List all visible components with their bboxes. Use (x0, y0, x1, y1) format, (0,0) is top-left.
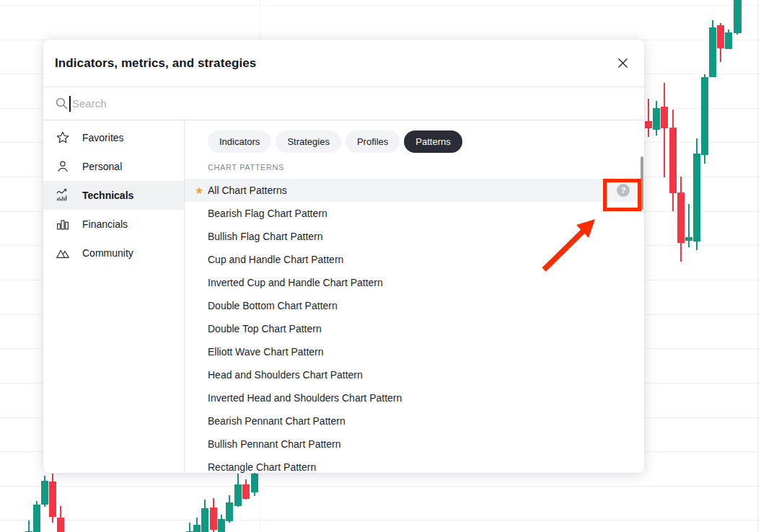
candlestick-body (33, 505, 40, 532)
sidebar-item-personal[interactable]: Personal (43, 152, 184, 181)
list-item[interactable]: Bearish Pennant Chart Pattern (185, 409, 644, 433)
bar-chart-icon (55, 216, 71, 232)
list-item[interactable]: Double Top Chart Pattern (185, 317, 644, 340)
list-item[interactable]: Inverted Head and Shoulders Chart Patter… (185, 386, 644, 409)
close-icon (616, 56, 630, 70)
candlestick-body (210, 507, 217, 530)
pattern-label: Inverted Cup and Handle Chart Pattern (208, 277, 383, 288)
sidebar-item-technicals[interactable]: Technicals (43, 181, 184, 210)
candlestick-body (251, 474, 258, 492)
list-item[interactable]: Bearish Flag Chart Pattern (185, 202, 644, 225)
close-button[interactable] (612, 53, 633, 74)
pattern-label: Bullish Pennant Chart Pattern (208, 438, 340, 450)
candlestick-body (661, 107, 668, 128)
candlestick-body (242, 484, 250, 499)
list-item[interactable]: Elliott Wave Chart Pattern (185, 340, 644, 363)
gridline (0, 5, 761, 6)
pattern-label: Elliott Wave Chart Pattern (208, 346, 324, 358)
candlestick-body (725, 32, 732, 49)
candlestick-body (677, 192, 685, 243)
pattern-label: Head and Shoulders Chart Pattern (208, 369, 363, 381)
sidebar-item-label: Technicals (82, 190, 133, 201)
pattern-label: Bearish Pennant Chart Pattern (208, 415, 346, 427)
candlestick-body (734, 0, 742, 33)
pattern-label: Bullish Flag Chart Pattern (208, 231, 323, 242)
person-icon (55, 159, 71, 174)
pattern-label: Cup and Handle Chart Pattern (208, 254, 343, 265)
pattern-list: ★All Chart Patterns?Bearish Flag Chart P… (185, 179, 644, 473)
help-icon[interactable]: ? (617, 184, 630, 197)
candlestick-wick (688, 204, 690, 247)
pattern-label: Double Top Chart Pattern (208, 323, 322, 334)
sidebar-item-label: Community (82, 247, 133, 259)
candlestick-body (57, 518, 64, 532)
candlestick-body (218, 519, 225, 532)
sidebar-item-label: Personal (82, 161, 122, 172)
candlestick-body (709, 27, 716, 77)
section-header: CHART PATTERNS (208, 163, 644, 174)
search-input[interactable] (72, 97, 633, 110)
gridline (0, 486, 761, 487)
pattern-label: All Chart Patterns (208, 185, 287, 196)
search-icon (55, 97, 69, 110)
pattern-label: Bearish Flag Chart Pattern (208, 208, 327, 219)
candlestick-body (701, 77, 708, 155)
star-outline-icon (55, 130, 71, 146)
list-item[interactable]: ★All Chart Patterns? (185, 179, 644, 202)
indicators-dialog: Indicators, metrics, and strategies Favo… (43, 40, 644, 473)
candlestick-body (49, 482, 56, 517)
tab-indicators[interactable]: Indicators (208, 130, 271, 153)
sidebar-item-label: Favorites (82, 132, 124, 143)
candlestick-body (226, 502, 233, 521)
candlestick-body (234, 484, 242, 506)
list-item[interactable]: Inverted Cup and Handle Chart Pattern (185, 271, 644, 294)
gridline (757, 0, 758, 532)
pattern-label: Inverted Head and Shoulders Chart Patter… (208, 392, 402, 404)
dialog-header: Indicators, metrics, and strategies (43, 40, 644, 87)
tab-strategies[interactable]: Strategies (276, 130, 341, 153)
sidebar-item-label: Financials (82, 218, 128, 230)
gridline (0, 520, 761, 520)
candlestick-body (717, 25, 724, 48)
list-item[interactable]: Cup and Handle Chart Pattern (185, 248, 644, 271)
candlestick-body (41, 481, 48, 505)
list-item[interactable]: Bullish Pennant Chart Pattern (185, 433, 644, 456)
sidebar-item-favorites[interactable]: Favorites (43, 123, 184, 152)
tab-profiles[interactable]: Profiles (346, 130, 400, 153)
pattern-label: Rectangle Chart Pattern (208, 461, 316, 473)
list-item[interactable]: Head and Shoulders Chart Pattern (185, 363, 644, 386)
dialog-body: FavoritesPersonalTechnicalsFinancialsCom… (43, 120, 644, 473)
candlestick-body (685, 237, 692, 241)
text-caret (69, 96, 71, 112)
tab-patterns[interactable]: Patterns (404, 130, 462, 153)
candlestick-body (645, 121, 652, 128)
sidebar: FavoritesPersonalTechnicalsFinancialsCom… (43, 120, 185, 473)
community-mountains-icon (55, 245, 71, 261)
candlestick-wick (664, 83, 665, 177)
list-item[interactable]: Double Bottom Chart Pattern (185, 294, 644, 317)
candlestick-wick (28, 520, 30, 532)
candlestick-body (201, 508, 208, 532)
technicals-chart-icon (55, 187, 71, 203)
list-item[interactable]: Bullish Flag Chart Pattern (185, 225, 644, 248)
dialog-title: Indicators, metrics, and strategies (55, 56, 256, 71)
candlestick-body (653, 108, 660, 130)
category-tabs: IndicatorsStrategiesProfilesPatterns (185, 130, 644, 153)
candlestick-body (193, 525, 201, 532)
list-item[interactable]: Rectangle Chart Pattern (185, 456, 644, 473)
pattern-label: Double Bottom Chart Pattern (208, 300, 338, 311)
candlestick-body (669, 128, 677, 193)
search-bar[interactable] (43, 87, 644, 120)
scrollbar[interactable] (641, 156, 643, 210)
sidebar-item-financials[interactable]: Financials (43, 210, 184, 239)
favorite-star-icon[interactable]: ★ (190, 185, 208, 195)
candlestick-wick (648, 99, 649, 137)
content-panel: IndicatorsStrategiesProfilesPatterns CHA… (185, 120, 644, 473)
sidebar-item-community[interactable]: Community (43, 239, 184, 267)
candlestick-body (693, 154, 700, 241)
